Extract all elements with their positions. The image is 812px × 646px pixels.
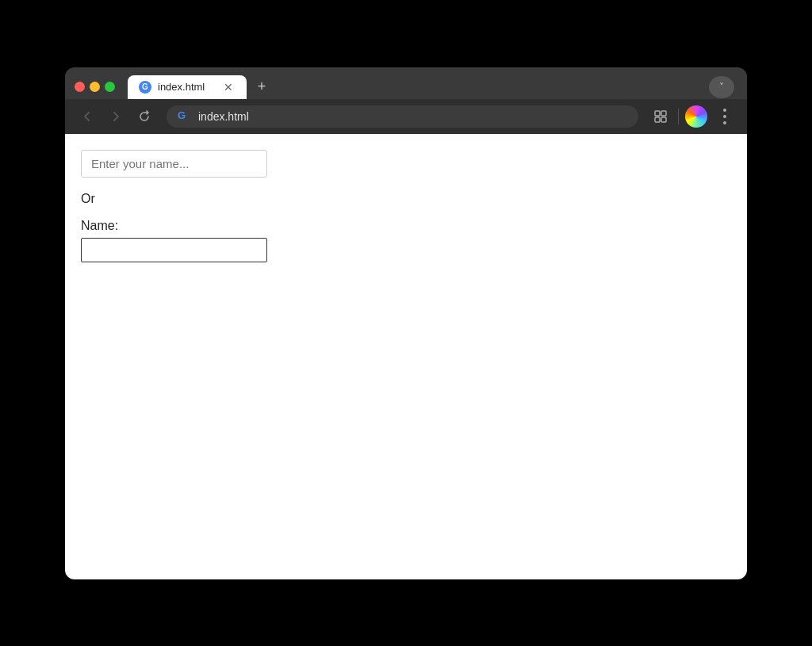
toolbar-divider bbox=[678, 109, 679, 124]
reload-icon bbox=[138, 110, 151, 123]
forward-icon bbox=[109, 110, 122, 123]
menu-dot-3 bbox=[723, 121, 726, 124]
browser-window: G index.html ✕ + ˅ G inde bbox=[65, 67, 747, 579]
menu-dot-2 bbox=[723, 115, 726, 118]
menu-dot-1 bbox=[723, 109, 726, 112]
traffic-lights bbox=[75, 82, 115, 92]
reload-button[interactable] bbox=[133, 105, 155, 128]
tab-favicon-label: G bbox=[142, 82, 148, 91]
close-button[interactable] bbox=[75, 82, 85, 92]
toolbar: G index.html bbox=[65, 99, 747, 134]
back-button[interactable] bbox=[76, 105, 98, 128]
name-label: Name: bbox=[81, 219, 731, 233]
extensions-icon[interactable] bbox=[649, 105, 672, 128]
or-text: Or bbox=[81, 192, 731, 206]
new-tab-button[interactable]: + bbox=[250, 75, 274, 99]
svg-rect-3 bbox=[661, 117, 666, 122]
toolbar-right bbox=[649, 105, 736, 128]
tab-bar: G index.html ✕ + ˅ bbox=[128, 75, 737, 99]
name-placeholder-input[interactable] bbox=[81, 150, 267, 178]
tab-close-icon[interactable]: ✕ bbox=[221, 80, 236, 94]
maximize-button[interactable] bbox=[105, 82, 115, 92]
name-text-input[interactable] bbox=[81, 238, 267, 262]
minimize-button[interactable] bbox=[90, 82, 100, 92]
menu-button[interactable] bbox=[714, 105, 736, 128]
tab-favicon-icon: G bbox=[139, 81, 151, 94]
active-tab[interactable]: G index.html ✕ bbox=[128, 75, 247, 99]
address-text: index.html bbox=[198, 110, 249, 123]
page-content: Or Name: bbox=[65, 134, 747, 579]
puzzle-icon bbox=[653, 109, 668, 124]
forward-button[interactable] bbox=[105, 105, 127, 128]
title-bar: G index.html ✕ + ˅ bbox=[65, 67, 747, 99]
google-icon: G bbox=[178, 109, 192, 124]
back-icon bbox=[81, 110, 94, 123]
address-bar[interactable]: G index.html bbox=[167, 105, 638, 128]
tab-dropdown-button[interactable]: ˅ bbox=[709, 76, 734, 98]
svg-rect-1 bbox=[661, 111, 666, 116]
profile-avatar[interactable] bbox=[685, 105, 707, 128]
svg-rect-2 bbox=[655, 117, 660, 122]
tab-title: index.html bbox=[158, 81, 215, 93]
svg-rect-0 bbox=[655, 111, 660, 116]
